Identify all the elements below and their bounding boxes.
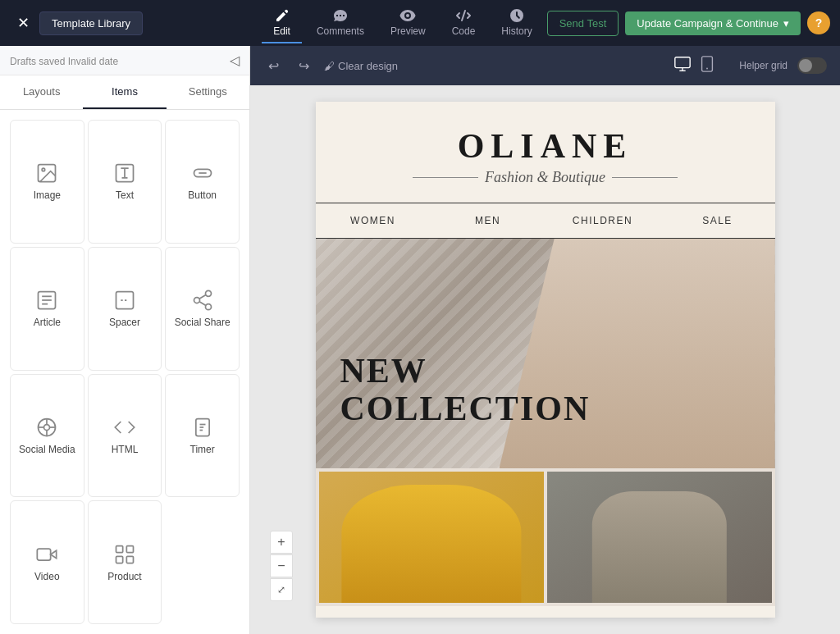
tagline-line-right [612,177,678,178]
product-icon [113,543,136,566]
mobile-view-button[interactable] [698,55,716,77]
item-spacer[interactable]: Spacer [88,247,162,371]
item-article[interactable]: Article [10,247,84,371]
social-icon [35,416,58,439]
item-image[interactable]: Image [10,120,84,244]
tab-comments[interactable]: Comments [305,2,376,43]
email-navigation: WOMEN MEN CHILDREN SALE [316,203,775,239]
device-toggle [673,55,716,77]
hero-text: NEW COLLECTION [340,352,591,427]
toggle-knob [799,59,812,72]
tab-history[interactable]: History [490,2,543,43]
item-button[interactable]: Button [165,120,240,244]
svg-point-12 [194,298,199,303]
tab-layouts[interactable]: Layouts [0,75,83,109]
zoom-controls: + − ⤢ [270,531,293,601]
email-bottom-grid [316,468,775,606]
item-social-share[interactable]: Social Share [165,247,240,371]
redo-button[interactable]: ↪ [294,55,314,77]
top-navigation: ✕ Template Library Edit Comments Preview… [0,0,840,46]
zoom-in-button[interactable]: + [270,531,293,554]
nav-children[interactable]: CHILDREN [546,203,660,238]
video-icon [35,543,58,566]
email-canvas: OLIANE Fashion & Boutique WOMEN MEN CHIL… [316,102,775,618]
main-area: Drafts saved Invalid date ◁ Layouts Item… [0,46,840,634]
text-icon [113,162,136,185]
zoom-out-button[interactable]: − [270,554,293,577]
undo-button[interactable]: ↩ [263,55,284,77]
svg-point-1 [42,169,45,172]
svg-rect-28 [116,545,122,552]
timer-icon [191,416,214,439]
item-product[interactable]: Product [88,500,162,624]
draft-status: Drafts saved Invalid date [10,53,118,68]
svg-line-14 [199,302,206,306]
svg-marker-27 [51,550,57,558]
email-header: OLIANE Fashion & Boutique [316,102,775,203]
tab-code[interactable]: Code [441,2,487,43]
sidebar-tabs: Layouts Items Settings [0,75,249,110]
canvas-area: ↩ ↪ 🖌 Clear design Helper grid [250,46,840,634]
item-social-media[interactable]: Social Media [10,374,84,498]
share-icon [191,289,214,312]
sidebar: Drafts saved Invalid date ◁ Layouts Item… [0,46,250,634]
bottom-image-left [319,472,544,603]
svg-rect-30 [116,556,122,563]
zoom-reset-button[interactable]: ⤢ [270,578,293,601]
sidebar-header: Drafts saved Invalid date ◁ [0,46,249,75]
brand-tagline: Fashion & Boutique [332,169,759,186]
spacer-icon [113,289,136,312]
image-icon [35,162,58,185]
nav-sale[interactable]: SALE [660,203,775,238]
item-text[interactable]: Text [88,120,162,244]
svg-rect-26 [38,549,51,560]
tagline-line-left [413,177,478,178]
update-campaign-button[interactable]: Update Campaign & Continue ▾ [625,11,801,35]
send-test-button[interactable]: Send Test [547,11,619,36]
help-button[interactable]: ? [807,11,830,34]
svg-rect-32 [675,57,690,67]
items-grid: Image Text Button Article [0,110,249,634]
canvas-toolbar: ↩ ↪ 🖌 Clear design Helper grid [250,46,840,85]
brush-icon: 🖌 [324,60,335,72]
close-button[interactable]: ✕ [10,10,36,36]
nav-women[interactable]: WOMEN [316,203,431,238]
svg-rect-31 [126,556,133,563]
tab-items[interactable]: Items [83,75,166,109]
template-library-button[interactable]: Template Library [39,11,143,35]
helper-grid-label: Helper grid [739,60,788,71]
bottom-image-right [547,472,772,603]
email-canvas-wrapper[interactable]: OLIANE Fashion & Boutique WOMEN MEN CHIL… [250,85,840,634]
tab-settings[interactable]: Settings [167,75,249,109]
chevron-down-icon: ▾ [783,17,789,30]
svg-line-15 [199,295,206,299]
svg-rect-29 [126,545,133,552]
desktop-view-button[interactable] [673,55,692,77]
nav-men[interactable]: MEN [431,203,546,238]
hero-background: NEW COLLECTION [316,239,775,468]
person-image-left [341,485,521,603]
brand-name: OLIANE [332,126,759,166]
svg-point-17 [44,424,50,430]
article-icon [35,289,58,312]
item-video[interactable]: Video [10,500,84,624]
tab-edit[interactable]: Edit [262,2,302,43]
button-icon [191,162,214,185]
tab-preview[interactable]: Preview [379,2,437,43]
svg-point-13 [205,304,211,310]
clear-design-button[interactable]: 🖌 Clear design [324,60,398,72]
person-image-right [591,491,726,603]
helper-grid-toggle[interactable] [797,57,827,74]
collapse-sidebar-button[interactable]: ◁ [230,52,240,68]
item-html[interactable]: HTML [88,374,162,498]
item-timer[interactable]: Timer [165,374,240,498]
svg-point-11 [205,290,211,296]
html-icon [113,416,136,439]
email-hero: NEW COLLECTION [316,239,775,468]
draft-label: Drafts saved Invalid date [10,56,118,67]
